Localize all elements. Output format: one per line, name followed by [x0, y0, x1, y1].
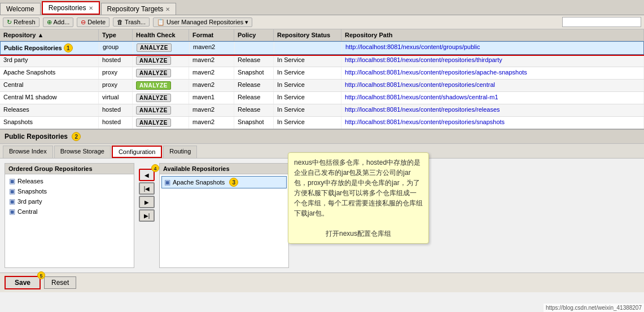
routing-label: Routing — [169, 148, 191, 155]
analyze-button[interactable]: ANALYZE — [136, 81, 171, 90]
list-item-label: 3rd party — [17, 198, 42, 205]
col-path[interactable]: Repository Path — [341, 29, 644, 41]
save-button[interactable]: Save — [5, 276, 41, 289]
analyze-button[interactable]: ANALYZE — [136, 118, 171, 127]
table-row[interactable]: Public Repositories 1 group ANALYZE mave… — [0, 41, 644, 55]
cell-type: group — [99, 42, 133, 54]
available-item-apache[interactable]: ▣ Apache Snapshots 3 — [161, 176, 287, 188]
tab-repository-targets-label: Repository Targets — [107, 5, 164, 13]
col-status[interactable]: Repository Status — [274, 29, 341, 41]
table-row[interactable]: 3rd party hosted ANALYZE maven2 Release … — [0, 55, 644, 67]
move-right-button[interactable]: ▶ — [139, 196, 155, 208]
configuration-label: Configuration — [119, 148, 155, 155]
cell-type: proxy — [99, 67, 133, 79]
list-item-3rdparty[interactable]: ▣ 3rd party — [7, 196, 132, 206]
cell-path[interactable]: http://localhost:8081/nexus/content/repo… — [341, 67, 644, 79]
col-status-label: Repository Status — [277, 32, 330, 38]
cell-health: ANALYZE — [133, 80, 189, 91]
cell-type: proxy — [99, 80, 133, 91]
col-format[interactable]: Format — [189, 29, 234, 41]
cell-status: In Service — [274, 55, 341, 67]
move-last-button[interactable]: ▶| — [139, 209, 155, 222]
table-row[interactable]: Releases hosted ANALYZE maven2 Release I… — [0, 104, 644, 117]
cell-health: ANALYZE — [133, 55, 189, 67]
reset-button[interactable]: Reset — [44, 276, 76, 289]
cell-path[interactable]: http://localhost:8081/nexus/content/repo… — [341, 80, 644, 91]
cell-format: maven2 — [189, 117, 234, 129]
ordered-group-panel: Ordered Group Repositories ▣ Releases ▣ … — [5, 163, 134, 268]
list-item-releases[interactable]: ▣ Releases — [7, 176, 132, 186]
analyze-button[interactable]: ANALYZE — [136, 94, 171, 102]
analyze-button[interactable]: ANALYZE — [137, 43, 172, 52]
analyze-button[interactable]: ANALYZE — [136, 106, 171, 115]
list-icon: ▣ — [9, 177, 15, 185]
browse-index-label: Browse Index — [9, 148, 47, 155]
tab-browse-storage[interactable]: Browse Storage — [54, 146, 111, 158]
cell-name: Public Repositories 1 — [1, 42, 99, 54]
table-row[interactable]: Central M1 shadow virtual ANALYZE maven1… — [0, 92, 644, 104]
cell-type: virtual — [99, 92, 133, 104]
badge-4: 4 — [151, 164, 159, 172]
col-type-label: Type — [102, 32, 116, 38]
col-repository[interactable]: Repository ▲ — [0, 29, 99, 41]
analyze-button[interactable]: ANALYZE — [136, 56, 171, 65]
cell-policy: Snapshot — [234, 117, 274, 129]
add-icon: ⊕ — [47, 19, 52, 26]
tab-welcome[interactable]: Welcome — [0, 3, 41, 15]
app-container: Welcome Repositories ✕ Repository Target… — [0, 0, 644, 312]
add-button[interactable]: ⊕ Add... — [43, 17, 74, 27]
cell-path[interactable]: http://localhost:8081/nexus/content/repo… — [341, 55, 644, 67]
search-input[interactable] — [562, 17, 641, 27]
table-row[interactable]: Apache Snapshots proxy ANALYZE maven2 Sn… — [0, 67, 644, 80]
tab-repository-targets-close[interactable]: ✕ — [165, 6, 170, 12]
trash-button[interactable]: 🗑 Trash... — [113, 17, 150, 27]
tab-repository-targets[interactable]: Repository Targets ✕ — [101, 3, 177, 15]
col-format-label: Format — [192, 32, 213, 38]
tooltip-cta: 打开nexus配置仓库组 — [294, 228, 423, 239]
list-icon: ▣ — [9, 197, 15, 205]
cell-policy: Release — [234, 104, 274, 116]
bottom-url: https://blog.csdn.net/weixin_41388207 — [544, 304, 644, 312]
list-item-central[interactable]: ▣ Central — [7, 206, 132, 217]
cell-path[interactable]: http://localhost:8081/nexus/content/repo… — [341, 117, 644, 129]
bottom-panel-title: Public Repositories 2 — [0, 130, 644, 144]
cell-name: 3rd party — [0, 55, 99, 67]
tooltip-bubble: nexus中包括很多仓库，hosted中存放的是企业自己发布的jar包及第三方公… — [288, 152, 429, 244]
user-managed-icon: 📋 — [157, 19, 165, 26]
cell-type: hosted — [99, 104, 133, 116]
table-row[interactable]: Central proxy ANALYZE maven2 Release In … — [0, 80, 644, 92]
cell-path[interactable]: http://localhost:8081/nexus/content/repo… — [341, 104, 644, 116]
table-row[interactable]: Snapshots hosted ANALYZE maven2 Snapshot… — [0, 117, 644, 129]
tab-repositories[interactable]: Repositories ✕ — [42, 1, 100, 15]
refresh-button[interactable]: ↻ Refresh — [3, 17, 40, 27]
col-health[interactable]: Health Check — [133, 29, 189, 41]
cell-path[interactable]: http://localhost:8081/nexus/content/grou… — [342, 42, 643, 54]
cell-status: In Service — [274, 104, 341, 116]
tab-browse-index[interactable]: Browse Index — [3, 146, 53, 158]
dropdown-icon: ▾ — [245, 19, 248, 26]
user-managed-button[interactable]: 📋 User Managed Repositories ▾ — [153, 17, 252, 27]
available-list: ▣ Apache Snapshots 3 — [160, 174, 288, 267]
refresh-label: Refresh — [14, 19, 36, 25]
available-repos-panel: Available Repositories ▣ Apache Snapshot… — [159, 163, 289, 268]
analyze-button[interactable]: ANALYZE — [136, 69, 171, 77]
col-type[interactable]: Type — [99, 29, 133, 41]
cell-policy: Release — [234, 55, 274, 67]
tab-repositories-close[interactable]: ✕ — [89, 5, 93, 11]
tab-configuration[interactable]: Configuration — [112, 146, 162, 158]
move-first-button[interactable]: |◀ — [139, 182, 155, 195]
cell-format: maven2 — [189, 80, 234, 91]
cell-policy: Release — [234, 80, 274, 91]
list-item-snapshots[interactable]: ▣ Snapshots — [7, 186, 132, 196]
cell-status: In Service — [274, 80, 341, 91]
list-item-label: Snapshots — [17, 188, 47, 195]
refresh-icon: ↻ — [7, 19, 12, 26]
badge-2: 2 — [72, 132, 81, 141]
cell-name: Apache Snapshots — [0, 67, 99, 79]
cell-health: ANALYZE — [133, 104, 189, 116]
col-policy[interactable]: Policy — [234, 29, 274, 41]
tab-routing[interactable]: Routing — [163, 146, 197, 158]
delete-button[interactable]: ⊖ Delete — [77, 17, 109, 27]
cell-name: Releases — [0, 104, 99, 116]
cell-path[interactable]: http://localhost:8081/nexus/content/shad… — [341, 92, 644, 104]
